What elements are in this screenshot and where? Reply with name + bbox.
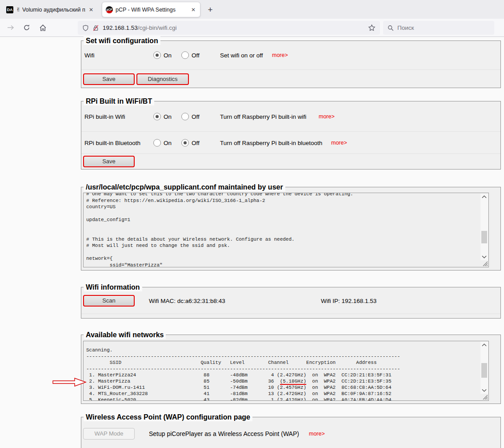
- tab-pcp-wifi-settings[interactable]: pCP pCP - Wifi WPA Settings ✕: [102, 2, 200, 17]
- results-scrollbar[interactable]: [480, 342, 488, 394]
- shield-icon: [82, 24, 89, 32]
- section-wap-configuration: Wireless Access Point (WAP) configuratio…: [81, 417, 501, 448]
- rpi-bluetooth-label: RPi built-in Bluetooth: [84, 139, 140, 146]
- tab-bar: DA ✌ Volumio аудифильский плее ✕ pCP pCP…: [0, 0, 504, 19]
- wap-description: Setup piCorePlayer as a Wireless Access …: [149, 430, 299, 437]
- scrollbar-thumb[interactable]: [481, 231, 487, 243]
- more-link[interactable]: more>: [319, 113, 335, 120]
- scan-results-text: Scanning. ------------------------------…: [84, 341, 488, 401]
- rpi-wifi-off-radio[interactable]: [181, 113, 189, 120]
- buttons-row: Save Diagnostics: [81, 70, 500, 88]
- navigation-toolbar: 192.168.1.53/cgi-bin/wifi.cgi: [0, 19, 504, 37]
- search-bar[interactable]: [383, 21, 494, 35]
- tab-title: ✌ Volumio аудифильский плее: [16, 6, 85, 13]
- wifi-label: Wifi: [84, 52, 95, 59]
- bookmark-star-icon[interactable]: [368, 24, 376, 32]
- off-label: Off: [192, 139, 200, 146]
- save-button[interactable]: Save: [83, 156, 135, 167]
- wifi-on-label: On: [164, 52, 172, 59]
- url-path: /cgi-bin/wifi.cgi: [138, 24, 177, 31]
- reload-icon: [23, 24, 30, 31]
- tab-title: pCP - Wifi WPA Settings: [116, 7, 188, 13]
- close-tab-icon[interactable]: ✕: [190, 7, 196, 13]
- resize-grip-icon[interactable]: [482, 261, 488, 266]
- more-link[interactable]: more>: [309, 431, 325, 437]
- resize-grip-icon[interactable]: [482, 394, 488, 400]
- annotation-arrow-icon: [52, 376, 87, 388]
- rpi-wifi-label: RPi built-in Wifi: [84, 113, 125, 120]
- url-bar[interactable]: 192.168.1.53/cgi-bin/wifi.cgi: [78, 21, 380, 35]
- section-wifi-information: Wifi information Scan Wifi MAC: dc:a6:32…: [81, 287, 501, 319]
- new-tab-button[interactable]: +: [204, 4, 216, 16]
- wifi-mac-value: Wifi MAC: dc:a6:32:31:b8:43: [149, 297, 225, 304]
- search-icon: [388, 25, 394, 31]
- scan-results-box[interactable]: Scanning. ------------------------------…: [83, 341, 489, 401]
- section-title: /usr/local/etc/pcp/wpa_supplicant.conf m…: [84, 183, 285, 191]
- scroll-down-icon[interactable]: [480, 254, 488, 260]
- scrollbar-thumb[interactable]: [481, 363, 487, 378]
- wap-mode-button[interactable]: WAP Mode: [83, 428, 135, 440]
- scan-button[interactable]: Scan: [83, 295, 135, 307]
- wap-row: WAP Mode Setup piCorePlayer as a Wireles…: [81, 424, 500, 444]
- on-label: On: [164, 139, 172, 146]
- on-label: On: [164, 113, 172, 120]
- reload-button[interactable]: [20, 21, 33, 34]
- rpi-bluetooth-description: Turn off Raspberry Pi built-in bluetooth: [220, 139, 322, 146]
- section-title: Wireless Access Point (WAP) configuratio…: [84, 413, 252, 421]
- pcp-favicon: pCP: [106, 6, 113, 13]
- scroll-up-icon[interactable]: [480, 194, 488, 200]
- url-text: 192.168.1.53/cgi-bin/wifi.cgi: [103, 24, 364, 31]
- section-set-wifi-configuration: Set wifi configuration Wifi On Off Set w…: [81, 40, 501, 88]
- buttons-row: Save: [81, 154, 500, 169]
- rpi-wifi-description: Turn off Raspberry Pi built-in wifi: [220, 113, 306, 120]
- section-available-wifi-networks: Available wifi networks Scanning. ------…: [81, 335, 501, 404]
- rpi-wifi-on-radio[interactable]: [153, 113, 161, 120]
- more-link[interactable]: more>: [272, 52, 288, 58]
- wpa-supplicant-text: # One may want to set this to the two ch…: [84, 193, 488, 267]
- section-rpi-built-in-wifi-bt: RPi Built in WiFi/BT RPi built-in Wifi O…: [81, 101, 501, 170]
- pcp-wifi-settings-page: Set wifi configuration Wifi On Off Set w…: [0, 37, 504, 448]
- home-icon: [39, 24, 47, 32]
- wifi-ip-value: Wifi IP: 192.168.1.53: [321, 297, 376, 304]
- scroll-down-icon[interactable]: [480, 387, 488, 394]
- save-button[interactable]: Save: [83, 73, 135, 85]
- section-wpa-supplicant-conf: /usr/local/etc/pcp/wpa_supplicant.conf m…: [81, 187, 501, 270]
- insecure-lock-icon: [92, 24, 99, 32]
- wifi-toggle-row: Wifi On Off Set wifi on or off more>: [81, 41, 500, 70]
- rpi-wifi-row: RPi built-in Wifi On Off Turn off Raspbe…: [81, 101, 500, 132]
- scroll-up-icon[interactable]: [480, 342, 488, 348]
- tab-volumio[interactable]: DA ✌ Volumio аудифильский плее ✕: [3, 2, 98, 17]
- url-host: 192.168.1.53: [103, 24, 138, 31]
- rpi-bluetooth-row: RPi built-in Bluetooth On Off Turn off R…: [81, 132, 500, 154]
- wpa-supplicant-textarea[interactable]: # One may want to set this to the two ch…: [83, 193, 489, 267]
- diagnostics-button[interactable]: Diagnostics: [136, 73, 189, 85]
- volumio-favicon: DA: [6, 6, 13, 13]
- wifi-description: Set wifi on or off: [220, 52, 263, 59]
- search-input[interactable]: [397, 24, 477, 31]
- textarea-scrollbar[interactable]: [480, 194, 488, 260]
- rpi-bluetooth-off-radio[interactable]: [181, 139, 189, 146]
- wifi-off-label: Off: [192, 52, 200, 59]
- wifi-info-row: Scan Wifi MAC: dc:a6:32:31:b8:43 Wifi IP…: [81, 287, 500, 314]
- forward-arrow-icon: [7, 24, 14, 31]
- more-link[interactable]: more>: [331, 140, 347, 146]
- off-label: Off: [192, 113, 200, 120]
- wifi-off-radio[interactable]: [181, 52, 189, 59]
- forward-button[interactable]: [4, 21, 17, 34]
- rpi-bluetooth-on-radio[interactable]: [153, 139, 161, 146]
- wifi-on-radio[interactable]: [153, 52, 161, 59]
- section-title: Available wifi networks: [84, 331, 166, 339]
- home-button[interactable]: [36, 21, 49, 34]
- close-tab-icon[interactable]: ✕: [88, 7, 94, 13]
